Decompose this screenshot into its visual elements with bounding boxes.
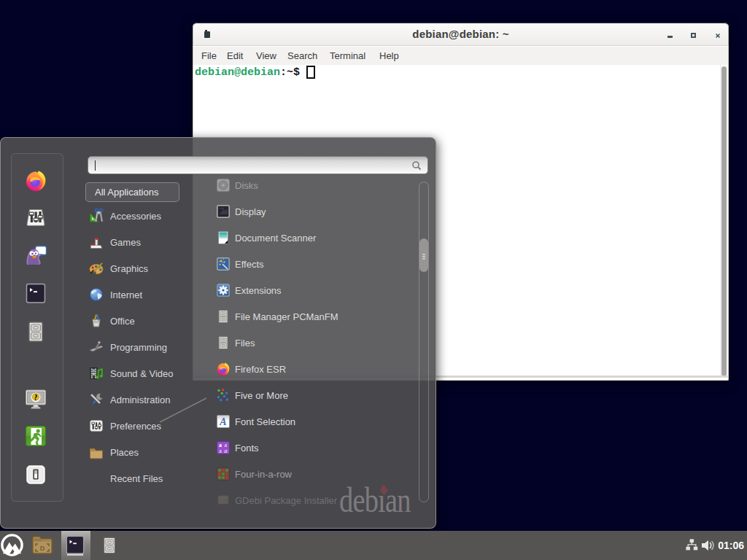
svg-text:a: a <box>224 448 227 454</box>
svg-text:D: D <box>40 545 45 552</box>
svg-text:a: a <box>219 448 222 454</box>
svg-text:A: A <box>219 416 226 427</box>
